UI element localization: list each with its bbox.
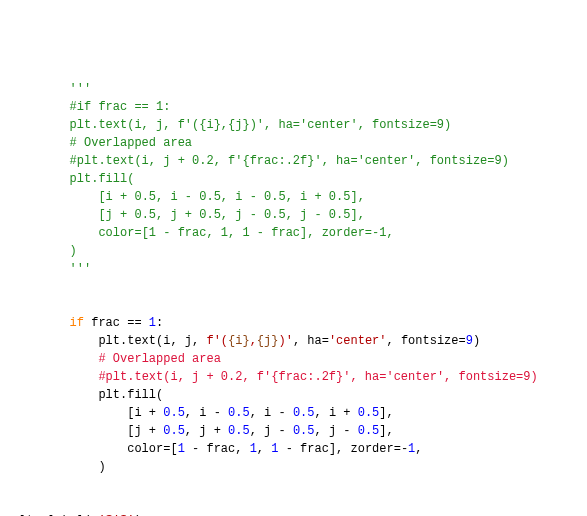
code-line (12, 296, 575, 314)
code-block: ''' #if frac == 1: plt.text(i, j, f'({i}… (12, 80, 575, 516)
code-line: #plt.text(i, j + 0.2, f'{frac:.2f}', ha=… (12, 368, 575, 386)
code-line (12, 494, 575, 512)
code-line: [j + 0.5, j + 0.5, j - 0.5, j - 0.5], (12, 206, 575, 224)
code-line: [i + 0.5, i - 0.5, i - 0.5, i + 0.5], (12, 404, 575, 422)
code-line: # Overlapped area (12, 134, 575, 152)
code-line: plt.text(i, j, f'({i},{j})', ha='center'… (12, 116, 575, 134)
code-line: ) (12, 458, 575, 476)
code-line (12, 476, 575, 494)
code-line (12, 278, 575, 296)
code-line: [j + 0.5, j + 0.5, j - 0.5, j - 0.5], (12, 422, 575, 440)
code-line: plt.fill( (12, 386, 575, 404)
code-line: if frac == 1: (12, 314, 575, 332)
code-line: color=[1 - frac, 1, 1 - frac], zorder=-1… (12, 440, 575, 458)
code-line: plt.text(i, j, f'({i},{j})', ha='center'… (12, 332, 575, 350)
code-line: # Overlapped area (12, 350, 575, 368)
code-line: #plt.text(i, j + 0.2, f'{frac:.2f}', ha=… (12, 152, 575, 170)
code-line: #if frac == 1: (12, 98, 575, 116)
code-line: color=[1 - frac, 1, 1 - frac], zorder=-1… (12, 224, 575, 242)
code-line: ''' (12, 80, 575, 98)
code-line: ''' (12, 260, 575, 278)
code-line: plt.xlabel(r'$i$') (12, 512, 575, 516)
code-line: plt.fill( (12, 170, 575, 188)
code-line: ) (12, 242, 575, 260)
code-line: [i + 0.5, i - 0.5, i - 0.5, i + 0.5], (12, 188, 575, 206)
